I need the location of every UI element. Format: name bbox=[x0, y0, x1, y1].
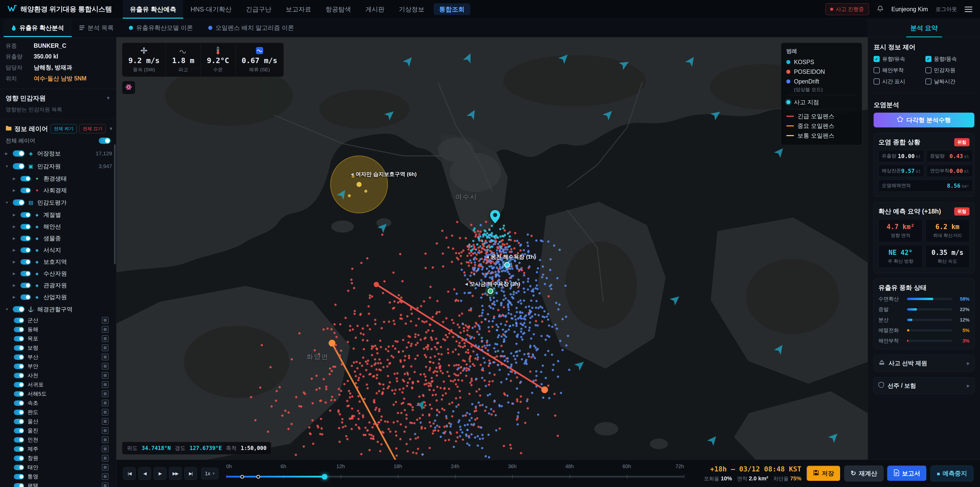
layer-toggle[interactable] bbox=[14, 465, 24, 470]
region-locate-button[interactable] bbox=[102, 445, 108, 452]
region-locate-button[interactable] bbox=[102, 400, 108, 406]
layer-filter-icon[interactable]: ▼ bbox=[109, 126, 113, 131]
panel-title-tab[interactable]: 분석 요약 bbox=[868, 19, 980, 37]
region-locate-button[interactable] bbox=[102, 455, 108, 461]
layer-toggle[interactable] bbox=[14, 354, 24, 360]
expand-icon[interactable]: ▶ bbox=[13, 260, 18, 264]
impact-section-header[interactable]: 영향 민감자원 ▼ bbox=[0, 91, 116, 104]
region-row[interactable]: 부산 bbox=[5, 353, 112, 362]
logout-button[interactable]: 로그아웃 bbox=[935, 6, 957, 13]
region-row[interactable]: 군산 bbox=[5, 316, 112, 325]
layer-row[interactable]: ▼▤민감도평가 bbox=[5, 196, 112, 209]
play-button[interactable]: ▶ bbox=[154, 467, 166, 480]
tab-0[interactable]: 유출유 확산분석 bbox=[3, 19, 72, 37]
fence-deploy-marker[interactable] bbox=[240, 475, 244, 479]
layer-row[interactable]: ▶◈어장정보17,129 bbox=[5, 147, 112, 160]
nav-item-7[interactable]: 통합조회 bbox=[434, 3, 470, 15]
expand-icon[interactable]: ▶ bbox=[13, 271, 18, 276]
layer-toggle[interactable] bbox=[14, 428, 24, 433]
region-row[interactable]: 제주 bbox=[5, 444, 112, 453]
polygon-analysis-button[interactable]: 다각형 분석수행 bbox=[873, 113, 974, 128]
layer-subrow[interactable]: ▶◆서식지 bbox=[5, 244, 112, 256]
region-row[interactable]: 울진 bbox=[5, 426, 112, 435]
region-locate-button[interactable] bbox=[102, 427, 108, 434]
layer-subrow[interactable]: ▶◆보호지역 bbox=[5, 256, 112, 268]
layer-toggle[interactable] bbox=[21, 283, 30, 288]
expand-icon[interactable]: ▼ bbox=[5, 200, 10, 204]
layer-subrow[interactable]: ▶●사회경제 bbox=[5, 184, 112, 196]
display-option[interactable]: 날짜시간 bbox=[925, 78, 975, 85]
layer-toggle[interactable] bbox=[14, 373, 24, 378]
owner-insurance-section[interactable]: 선주 / 보험 ▸ bbox=[873, 377, 974, 394]
display-option[interactable]: ✓풍향/풍속 bbox=[925, 56, 975, 62]
tab-3[interactable]: 오일펜스 배치 알고리즘 이론 bbox=[200, 19, 302, 37]
display-option-checkbox[interactable]: ✓ bbox=[873, 56, 880, 62]
layer-toggle[interactable] bbox=[14, 410, 24, 415]
display-option[interactable]: 시간 표시 bbox=[873, 78, 923, 85]
nav-item-0[interactable]: 유출유 확산예측 bbox=[123, 0, 183, 19]
layer-subrow[interactable]: ▶◆수산자원 bbox=[5, 268, 112, 279]
report-button[interactable]: 보고서 bbox=[887, 466, 927, 481]
layer-toggle[interactable] bbox=[14, 419, 24, 424]
expand-icon[interactable]: ▶ bbox=[13, 283, 18, 287]
layer-toggle[interactable] bbox=[13, 306, 24, 312]
region-locate-button[interactable] bbox=[102, 335, 108, 342]
timeline-track[interactable] bbox=[226, 476, 684, 477]
layer-toggle[interactable] bbox=[14, 391, 24, 397]
master-layer-toggle[interactable] bbox=[99, 138, 110, 144]
layer-toggle[interactable] bbox=[14, 401, 24, 406]
incident-status-badge[interactable]: 사고 진행중 bbox=[825, 3, 869, 15]
layer-toggle[interactable] bbox=[21, 236, 30, 241]
nav-item-5[interactable]: 게시판 bbox=[358, 0, 392, 19]
layer-toggle[interactable] bbox=[13, 200, 24, 206]
region-locate-button[interactable] bbox=[102, 345, 108, 351]
layer-toggle[interactable] bbox=[14, 437, 24, 442]
layer-toggle[interactable] bbox=[13, 150, 24, 156]
layer-toggle[interactable] bbox=[21, 224, 30, 229]
region-row[interactable]: 동해 bbox=[5, 325, 112, 334]
layer-toggle[interactable] bbox=[14, 327, 24, 332]
expand-icon[interactable]: ▶ bbox=[13, 213, 18, 217]
region-row[interactable]: 서해5도 bbox=[5, 389, 112, 398]
region-row[interactable]: 부안 bbox=[5, 362, 112, 371]
all-layers-on-button[interactable]: 전체 켜기 bbox=[51, 124, 77, 133]
region-row[interactable]: 평택 bbox=[5, 481, 112, 487]
layer-toggle[interactable] bbox=[14, 318, 24, 323]
nav-item-2[interactable]: 긴급구난 bbox=[239, 0, 279, 19]
region-row[interactable]: 보령 bbox=[5, 343, 112, 353]
layer-toggle[interactable] bbox=[13, 163, 24, 169]
region-locate-button[interactable] bbox=[102, 390, 108, 397]
expand-icon[interactable]: ▶ bbox=[13, 176, 18, 180]
region-locate-button[interactable] bbox=[102, 409, 108, 415]
all-layers-off-button[interactable]: 전체 끄기 bbox=[80, 124, 106, 133]
display-option-checkbox[interactable] bbox=[873, 67, 880, 73]
region-locate-button[interactable] bbox=[102, 436, 108, 443]
skip-start-button[interactable]: |◀ bbox=[123, 467, 136, 480]
menu-icon[interactable] bbox=[965, 6, 972, 12]
region-row[interactable]: 통영 bbox=[5, 472, 112, 481]
layer-subrow[interactable]: ▶◆해안선 bbox=[5, 220, 112, 232]
ensemble-tool-button[interactable] bbox=[122, 81, 135, 94]
region-row[interactable]: 울산 bbox=[5, 417, 112, 426]
region-row[interactable]: 서귀포 bbox=[5, 380, 112, 389]
step-back-button[interactable]: ◀ bbox=[138, 467, 151, 480]
region-row[interactable]: 창원 bbox=[5, 453, 112, 463]
region-locate-button[interactable] bbox=[102, 418, 108, 425]
tab-2[interactable]: 유출유확산모델 이론 bbox=[121, 19, 200, 37]
expand-icon[interactable]: ▼ bbox=[5, 164, 10, 168]
beach-marker-dot[interactable] bbox=[488, 288, 493, 294]
layer-toggle[interactable] bbox=[14, 364, 24, 369]
layer-toggle[interactable] bbox=[21, 188, 30, 193]
display-option-checkbox[interactable] bbox=[925, 67, 932, 73]
region-row[interactable]: 태안 bbox=[5, 463, 112, 472]
layer-toggle[interactable] bbox=[21, 259, 30, 265]
nav-item-1[interactable]: HNS·대기확산 bbox=[183, 0, 239, 19]
notifications-bell-icon[interactable] bbox=[877, 5, 884, 13]
expand-icon[interactable]: ▼ bbox=[5, 307, 10, 311]
layer-toggle[interactable] bbox=[21, 271, 30, 276]
timeline-thumb[interactable] bbox=[322, 474, 328, 480]
region-locate-button[interactable] bbox=[102, 326, 108, 333]
layer-toggle[interactable] bbox=[21, 212, 30, 217]
skip-end-button[interactable]: ▶| bbox=[184, 467, 197, 480]
layer-subrow[interactable]: ▶●환경생태 bbox=[5, 172, 112, 184]
